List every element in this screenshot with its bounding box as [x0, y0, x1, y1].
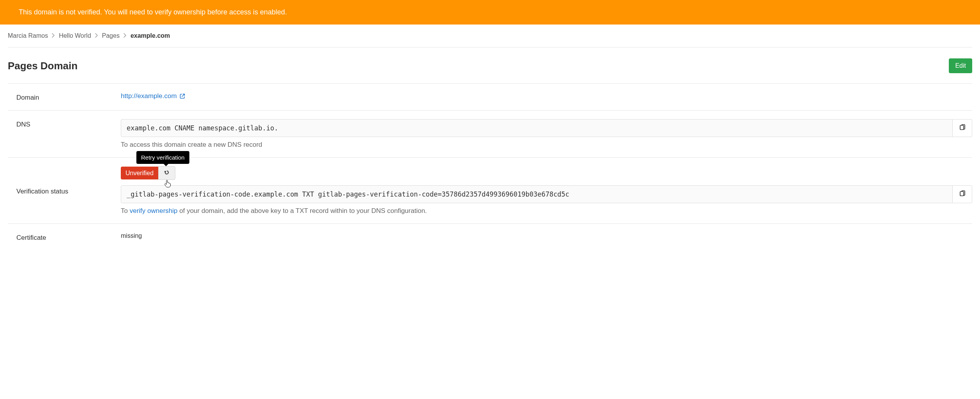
svg-rect-0 — [960, 125, 964, 130]
verification-hint: To verify ownership of your domain, add … — [121, 207, 972, 215]
verification-hint-pre: To — [121, 207, 130, 214]
copy-icon — [959, 124, 966, 132]
dns-label: DNS — [8, 119, 121, 128]
verification-txt-code[interactable]: _gitlab-pages-verification-code.example.… — [121, 185, 953, 203]
verification-label: Verification status — [8, 186, 121, 195]
copy-button[interactable] — [953, 119, 972, 137]
svg-rect-1 — [960, 192, 964, 196]
external-link-icon — [179, 93, 185, 99]
breadcrumb-link[interactable]: Marcia Ramos — [8, 32, 48, 39]
verify-ownership-link[interactable]: verify ownership — [130, 207, 178, 214]
row-certificate: Certificate missing — [8, 224, 972, 250]
breadcrumb-link[interactable]: Pages — [102, 32, 120, 39]
chevron-right-icon — [124, 33, 127, 39]
certificate-label: Certificate — [8, 232, 121, 242]
row-dns: DNS example.com CNAME namespace.gitlab.i… — [8, 111, 972, 158]
alert-banner: This domain is not verified. You will ne… — [0, 0, 980, 25]
alert-text: This domain is not verified. You will ne… — [19, 8, 287, 16]
domain-label: Domain — [8, 92, 121, 102]
row-verification: Verification status Retry verification U… — [8, 158, 972, 224]
domain-link[interactable]: http://example.com — [121, 92, 185, 100]
retry-tooltip: Retry verification — [136, 151, 189, 164]
retry-icon — [164, 169, 170, 177]
breadcrumb-current: example.com — [131, 32, 170, 39]
breadcrumb-link[interactable]: Hello World — [59, 32, 91, 39]
chevron-right-icon — [95, 33, 98, 39]
page-title: Pages Domain — [8, 60, 78, 72]
dns-hint: To access this domain create a new DNS r… — [121, 141, 972, 149]
chevron-right-icon — [52, 33, 55, 39]
breadcrumbs: Marcia Ramos Hello World Pages example.c… — [8, 25, 972, 47]
page-header: Pages Domain Edit — [8, 47, 972, 84]
copy-icon — [959, 190, 966, 199]
certificate-value: missing — [121, 232, 142, 239]
verification-hint-post: of your domain, add the above key to a T… — [178, 207, 427, 214]
domain-url-text: http://example.com — [121, 92, 177, 100]
dns-record-code[interactable]: example.com CNAME namespace.gitlab.io. — [121, 119, 953, 137]
edit-button[interactable]: Edit — [949, 58, 972, 73]
status-badge: Unverified — [121, 167, 158, 179]
row-domain: Domain http://example.com — [8, 84, 972, 111]
copy-button[interactable] — [953, 185, 972, 203]
